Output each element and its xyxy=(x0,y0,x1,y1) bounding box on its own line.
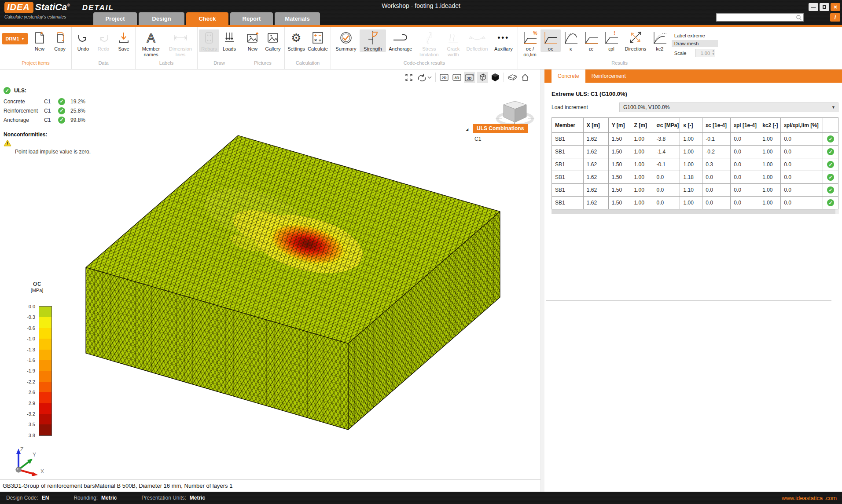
member-names-button[interactable]: A Member names xyxy=(137,29,165,57)
fit-view-icon xyxy=(404,73,413,82)
check-summary-row[interactable]: ReinforcementC1✓25.8% xyxy=(4,106,91,115)
fem-mesh-model[interactable] xyxy=(66,110,519,442)
website-link[interactable]: www.ideastatica .com xyxy=(782,495,837,501)
row-status-cell: ✓ xyxy=(823,184,838,197)
epsilon-pl-button[interactable]: ! εpl xyxy=(601,29,621,52)
table-cell: 1.00 xyxy=(759,133,781,146)
table-horizontal-scrollbar[interactable] xyxy=(552,209,838,214)
calculate-button[interactable]: +−×÷ Calculate xyxy=(306,29,329,52)
table-cell: SB1 xyxy=(552,146,584,158)
draw-mesh-toggle[interactable]: Draw mesh xyxy=(672,40,718,47)
summary-button[interactable]: Summary xyxy=(332,29,360,52)
chevron-down-icon: ▼ xyxy=(22,37,25,40)
viewport-toolbar: 2D 3D 3D✳ xyxy=(403,72,531,83)
combinations-panel: ◢ ULS Combinations C1 xyxy=(466,124,528,142)
tab-materials[interactable]: Materials xyxy=(275,12,320,25)
maximize-button[interactable] xyxy=(820,3,829,11)
undo-button[interactable]: Undo xyxy=(73,29,93,52)
check-ok-icon: ✓ xyxy=(4,87,11,94)
tab-check[interactable]: Check xyxy=(186,12,228,25)
load-increment-select[interactable]: G100.0%, V100.0% ▼ xyxy=(619,102,838,112)
scale-spinner[interactable]: 1.00▲▼ xyxy=(695,49,715,57)
close-button[interactable]: ✕ xyxy=(831,3,840,11)
check-summary-row[interactable]: ConcreteC1✓19.2% xyxy=(4,97,91,106)
anchorage-button[interactable]: Anchorage xyxy=(386,29,415,52)
deformed-3d-button[interactable]: 3D✳ xyxy=(464,72,475,83)
table-cell: 1.00 xyxy=(759,197,781,209)
navigation-cube[interactable] xyxy=(495,99,535,127)
new-project-item-button[interactable]: New xyxy=(29,29,50,52)
table-row[interactable]: SB11.621.501.000.01.000.00.01.000.0✓ xyxy=(552,197,838,209)
save-button[interactable]: Save xyxy=(114,29,134,52)
strength-button[interactable]: Strength xyxy=(360,29,386,52)
copy-project-item-button[interactable]: Copy xyxy=(50,29,70,52)
info-button[interactable]: i xyxy=(830,13,840,22)
collapse-triangle-icon[interactable]: ◢ xyxy=(466,128,468,131)
solid-cube-button[interactable] xyxy=(489,72,501,83)
ribbon-group-calculation: ⚙ Settings +−×÷ Calculate Calculation xyxy=(285,27,331,69)
viewport-scrollbar[interactable] xyxy=(540,69,544,492)
row-status-cell: ✓ xyxy=(823,133,838,146)
view-3d-button[interactable]: 3D xyxy=(451,72,463,83)
clip-section-button[interactable] xyxy=(507,72,518,83)
check-summary-row[interactable]: AnchorageC1✓99.8% xyxy=(4,115,91,124)
sigma-c-lim-button[interactable]: % σc / σc,lim xyxy=(519,29,540,57)
table-cell: 0.0 xyxy=(781,158,823,171)
kc2-button[interactable]: kc2 xyxy=(650,29,670,52)
svg-text:×: × xyxy=(314,37,317,43)
uls-label: ULS: xyxy=(14,88,26,94)
table-row[interactable]: SB11.621.501.000.01.100.00.01.000.0✓ xyxy=(552,184,838,197)
drm-selector-button[interactable]: DRM1▼ xyxy=(2,33,28,44)
crack-width-button: Crack width xyxy=(443,29,463,57)
auxiliary-button[interactable]: ••• Auxiliary xyxy=(491,29,516,52)
new-picture-button[interactable]: New xyxy=(243,29,263,52)
fit-view-button[interactable] xyxy=(403,72,415,83)
table-row[interactable]: SB11.621.501.00-1.41.00-0.20.01.000.0✓ xyxy=(552,146,838,158)
loads-button[interactable]: Loads xyxy=(219,29,239,52)
legend-tick-label: -0.3 xyxy=(27,314,35,320)
tab-design[interactable]: Design xyxy=(139,12,184,25)
row-status-cell: ✓ xyxy=(823,146,838,158)
table-row[interactable]: SB11.621.501.000.01.180.00.01.000.0✓ xyxy=(552,171,838,184)
home-view-button[interactable] xyxy=(519,72,531,83)
wireframe-cube-button[interactable] xyxy=(477,72,488,83)
directions-button[interactable]: Directions xyxy=(621,29,650,52)
table-row[interactable]: SB11.621.501.00-3.81.00-0.10.01.000.0✓ xyxy=(552,133,838,146)
extreme-results-table[interactable]: MemberX [m]Y [m]Z [m]σc [MPa]κ [-]εc [1e… xyxy=(552,117,838,209)
tab-project[interactable]: Project xyxy=(93,12,137,25)
table-row[interactable]: SB11.621.501.00-0.11.000.30.01.000.0✓ xyxy=(552,158,838,171)
kappa-chart-icon xyxy=(563,29,578,46)
summary-item-name: Anchorage xyxy=(4,117,44,123)
tab-reinforcement[interactable]: Reinforcement xyxy=(585,69,632,83)
selection-status-line: GB3D1-Group of reinforcement barsMateria… xyxy=(0,479,540,492)
uls-combinations-header[interactable]: ULS Combinations xyxy=(473,124,528,133)
tab-concrete[interactable]: Concrete xyxy=(552,69,585,83)
ribbon-group-results: % σc / σc,lim σc κ εc ! εpl xyxy=(518,27,721,69)
3d-viewport[interactable]: 2D 3D 3D✳ ✓ ULS: ConcreteC1✓19.2%Reinfor… xyxy=(0,69,540,492)
gallery-button[interactable]: Gallery xyxy=(263,29,283,52)
sigma-c-button[interactable]: σc xyxy=(540,29,561,52)
legend-tick-label: -2.2 xyxy=(27,379,35,384)
table-cell: 1.00 xyxy=(631,184,653,197)
table-column-header: Z [m] xyxy=(631,118,653,133)
search-input[interactable] xyxy=(717,15,795,20)
kc2-chart-icon xyxy=(652,29,667,46)
search-box[interactable] xyxy=(716,13,804,22)
rotate-view-button[interactable] xyxy=(416,72,433,83)
epsilon-c-button[interactable]: εc xyxy=(581,29,601,52)
load-increment-label: Load increment xyxy=(552,104,619,110)
combination-item-c1[interactable]: C1 xyxy=(474,136,528,142)
save-icon xyxy=(117,29,130,46)
kappa-button[interactable]: κ xyxy=(561,29,581,52)
table-cell: 1.62 xyxy=(583,146,608,158)
legend-title: σc xyxy=(18,280,56,288)
settings-button[interactable]: ⚙ Settings xyxy=(286,29,306,52)
tab-report[interactable]: Report xyxy=(230,12,273,25)
label-extreme-toggle[interactable]: Label extreme xyxy=(672,32,718,39)
view-2d-button[interactable]: 2D xyxy=(438,72,450,83)
scrollbar-thumb[interactable] xyxy=(552,209,835,214)
minimize-button[interactable]: — xyxy=(809,3,818,11)
warning-icon: ! xyxy=(4,139,11,146)
spinner-arrows-icon[interactable]: ▲▼ xyxy=(712,49,714,56)
group-label: Labels xyxy=(137,60,196,69)
